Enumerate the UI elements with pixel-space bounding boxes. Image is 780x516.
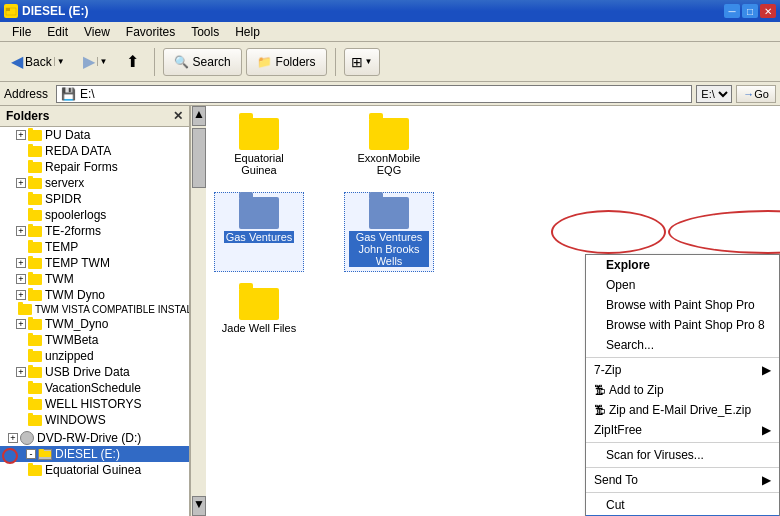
up-button[interactable]: ⬆ [119,49,146,74]
sidebar-item-unzipped[interactable]: unzipped [0,348,189,364]
sidebar-item-te2forms[interactable]: + TE-2forms [0,223,189,239]
cm-item-send-to[interactable]: Send To ▶ [586,470,779,490]
sidebar-item-reda[interactable]: REDA DATA [0,143,189,159]
folder-jade-well[interactable]: Jade Well Files [214,284,304,338]
menu-help[interactable]: Help [227,23,268,41]
folder-icon-gas-ventures-jb [369,197,409,229]
close-button[interactable]: ✕ [760,4,776,18]
cm-item-7zip[interactable]: 7-Zip ▶ [586,360,779,380]
menu-file[interactable]: File [4,23,39,41]
cm-separator-4 [586,492,779,493]
go-arrow-icon: → [743,88,754,100]
go-button[interactable]: → Go [736,85,776,103]
title-bar: DIESEL (E:) ─ □ ✕ [0,0,780,22]
sidebar-item-label: TWM VISTA COMPATIBLE INSTALL [35,304,190,315]
sidebar-item-dvd[interactable]: + DVD-RW-Drive (D:) [0,430,189,446]
expand-icon[interactable]: + [16,258,26,268]
expand-icon[interactable]: + [16,290,26,300]
sidebar-item-vacation[interactable]: VacationSchedule [0,380,189,396]
search-icon: 🔍 [174,55,189,69]
sidebar: Folders ✕ + PU Data REDA DATA Repair For… [0,106,190,516]
view-icon: ⊞ [351,54,363,70]
menu-favorites[interactable]: Favorites [118,23,183,41]
sidebar-item-spoolerlogs[interactable]: spoolerlogs [0,207,189,223]
folder-icon [28,210,42,221]
expand-icon[interactable]: + [16,367,26,377]
address-value: E:\ [80,87,95,101]
folder-icon [28,319,42,330]
expand-icon[interactable]: + [16,130,26,140]
sidebar-item-windows[interactable]: WINDOWS [0,412,189,428]
toolbar-separator-1 [154,48,155,76]
sidebar-item-well-history[interactable]: WELL HISTORYS [0,396,189,412]
expand-icon[interactable]: + [8,433,18,443]
minimize-button[interactable]: ─ [724,4,740,18]
cm-item-open[interactable]: Open [586,275,779,295]
sidebar-item-twmbeta[interactable]: TWMBeta [0,332,189,348]
sidebar-item-temp[interactable]: TEMP [0,239,189,255]
folder-label-equatorial: Equatorial Guinea [218,152,300,176]
sidebar-item-usb[interactable]: + USB Drive Data [0,364,189,380]
cm-item-explore[interactable]: Explore [586,255,779,275]
cm-item-search[interactable]: Search... [586,335,779,355]
sidebar-item-repair-forms[interactable]: Repair Forms [0,159,189,175]
cm-item-cut[interactable]: Cut [586,495,779,515]
folder-equatorial-guinea[interactable]: Equatorial Guinea [214,114,304,180]
expand-icon[interactable]: + [16,274,26,284]
drive-icon [38,449,52,460]
sidebar-item-equatorial[interactable]: Equatorial Guinea [0,462,189,478]
sidebar-item-label: TEMP [45,240,78,254]
expand-icon[interactable]: + [16,226,26,236]
cm-arrow-send-to: ▶ [762,473,771,487]
cm-item-add-zip[interactable]: 🗜 Add to Zip [586,380,779,400]
sidebar-item-twm-dyno2[interactable]: + TWM_Dyno [0,316,189,332]
cm-label-send-to: Send To [594,473,762,487]
sidebar-item-label: DVD-RW-Drive (D:) [37,431,141,445]
back-arrow-icon[interactable]: ▼ [54,57,65,66]
sidebar-item-twm-dyno[interactable]: + TWM Dyno [0,287,189,303]
expand-icon[interactable]: + [16,319,26,329]
folder-gas-ventures-jb[interactable]: Gas Ventures John Brooks Wells [344,192,434,272]
search-label: Search [193,55,231,69]
address-input[interactable]: 💾 E:\ [56,85,692,103]
search-button[interactable]: 🔍 Search [163,48,242,76]
menu-view[interactable]: View [76,23,118,41]
back-button[interactable]: ◀ Back ▼ [4,49,72,74]
maximize-button[interactable]: □ [742,4,758,18]
sidebar-header: Folders ✕ [0,106,189,127]
folder-icon [28,130,42,141]
expand-icon[interactable]: + [16,178,26,188]
folder-exxon[interactable]: ExxonMobile EQG [344,114,434,180]
sidebar-title: Folders [6,109,49,123]
forward-arrow-icon[interactable]: ▼ [97,57,108,66]
expand-icon[interactable]: - [26,449,36,459]
folders-button[interactable]: 📁 Folders [246,48,327,76]
cm-item-zipitfree[interactable]: ZipItFree ▶ [586,420,779,440]
folders-label: Folders [276,55,316,69]
view-button[interactable]: ⊞ ▼ [344,48,380,76]
menu-tools[interactable]: Tools [183,23,227,41]
address-dropdown[interactable]: E:\ [696,85,732,103]
sidebar-item-pu-data[interactable]: + PU Data [0,127,189,143]
sidebar-item-serverx[interactable]: + serverx [0,175,189,191]
sidebar-item-twm-vista[interactable]: TWM VISTA COMPATIBLE INSTALL [0,303,189,316]
view-arrow-icon[interactable]: ▼ [365,57,373,66]
sidebar-item-temp-twm[interactable]: + TEMP TWM [0,255,189,271]
sidebar-scrollbar[interactable]: ▲ ▼ [190,106,206,516]
sidebar-item-twm[interactable]: + TWM [0,271,189,287]
folder-icon [28,367,42,378]
sidebar-item-diesel[interactable]: - DIESEL (E:) [0,446,189,462]
cm-item-zip-email[interactable]: 🗜 Zip and E-Mail Drive_E.zip [586,400,779,420]
folder-icon-gas-ventures [239,197,279,229]
cm-item-browse-psp[interactable]: Browse with Paint Shop Pro [586,295,779,315]
sidebar-close-button[interactable]: ✕ [173,109,183,123]
menu-edit[interactable]: Edit [39,23,76,41]
cm-item-browse-psp8[interactable]: Browse with Paint Shop Pro 8 [586,315,779,335]
toolbar-separator-2 [335,48,336,76]
cm-item-scan-viruses[interactable]: Scan for Viruses... [586,445,779,465]
folder-gas-ventures[interactable]: Gas Ventures [214,192,304,272]
cm-arrow-7zip: ▶ [762,363,771,377]
sidebar-item-label: TWMBeta [45,333,98,347]
sidebar-item-spidr[interactable]: SPIDR [0,191,189,207]
forward-button[interactable]: ▶ ▼ [76,49,115,74]
